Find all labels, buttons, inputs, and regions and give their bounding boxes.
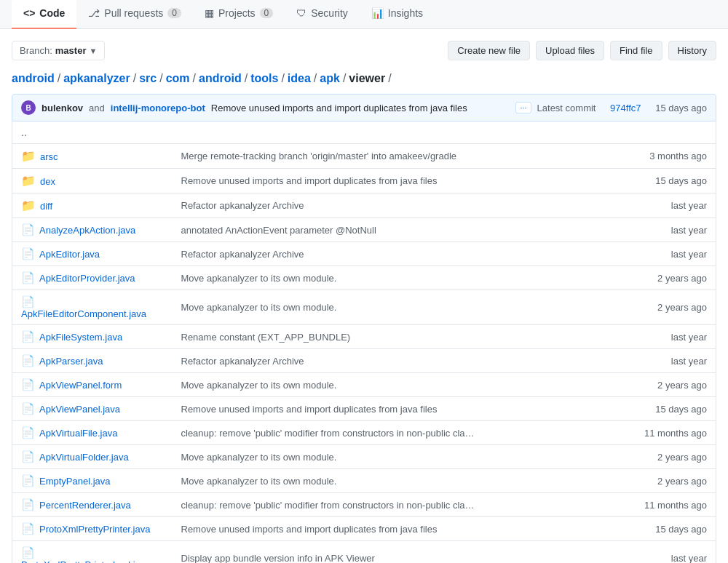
file-link[interactable]: ApkParser.java [39, 356, 103, 367]
file-link[interactable]: arsc [40, 151, 58, 162]
file-name-cell: 📁dex [12, 169, 173, 193]
breadcrumb-apk[interactable]: apk [320, 72, 340, 85]
table-row: 📁diff Refactor apkanalyzer Archive last … [12, 193, 716, 218]
file-time-cell: 2 years ago [604, 266, 716, 290]
file-link[interactable]: PercentRenderer.java [39, 500, 131, 511]
file-name-cell: 📄ProtoXmlPrettyPrinterImpl.java [12, 541, 173, 564]
file-link[interactable]: diff [40, 201, 52, 212]
parent-dir-link[interactable]: .. [21, 127, 27, 138]
file-name-cell: 📁arsc [12, 144, 173, 169]
file-icon: 📄 [21, 474, 35, 487]
history-button[interactable]: History [668, 41, 716, 60]
tab-pull-requests[interactable]: ⎇ Pull requests 0 [76, 0, 193, 29]
branch-bar: Branch: master ▼ Create new file Upload … [12, 41, 716, 60]
file-message-cell: Refactor apkanalyzer Archive [173, 349, 604, 373]
file-link[interactable]: ApkVirtualFile.java [39, 428, 117, 439]
table-row: 📄ApkEditorProvider.java Move apkanalyzer… [12, 266, 716, 290]
find-file-button[interactable]: Find file [610, 41, 662, 60]
security-icon: 🛡 [296, 7, 306, 19]
file-link[interactable]: ApkFileEditorComponent.java [21, 308, 146, 319]
file-link[interactable]: ApkViewPanel.form [39, 380, 122, 391]
file-link[interactable]: ApkFileSystem.java [39, 332, 122, 343]
file-name-cell: 📄ApkViewPanel.form [12, 373, 173, 397]
file-time-cell: 2 years ago [604, 469, 716, 493]
table-row: 📄ApkVirtualFile.java cleanup: remove 'pu… [12, 421, 716, 445]
file-time-cell: 11 months ago [604, 493, 716, 517]
tab-code[interactable]: <> Code [12, 0, 76, 29]
table-row: 📄ApkEditor.java Refactor apkanalyzer Arc… [12, 242, 716, 266]
tab-projects[interactable]: ▦ Projects 0 [193, 0, 285, 29]
file-icon: 📄 [21, 330, 35, 343]
folder-icon: 📁 [21, 150, 36, 162]
file-link[interactable]: ProtoXmlPrettyPrinterImpl.java [21, 559, 151, 563]
table-row: 📄ApkParser.java Refactor apkanalyzer Arc… [12, 349, 716, 373]
file-name-cell: 📄PercentRenderer.java [12, 493, 173, 517]
file-link[interactable]: ApkEditor.java [39, 249, 100, 260]
commit-message: Remove unused imports and import duplica… [211, 103, 510, 113]
file-message-cell: Move apkanalyzer to its own module. [173, 445, 604, 469]
file-link[interactable]: ApkViewPanel.java [39, 404, 120, 415]
breadcrumb-android[interactable]: android [12, 72, 55, 85]
breadcrumb-idea[interactable]: idea [288, 72, 311, 85]
commit-ellipsis[interactable]: ··· [515, 102, 531, 113]
file-name-cell: 📄ApkFileSystem.java [12, 325, 173, 349]
file-icon: 📄 [21, 546, 35, 559]
table-row: 📄ProtoXmlPrettyPrinter.java Remove unuse… [12, 517, 716, 541]
table-row: 📁dex Remove unused imports and import du… [12, 169, 716, 193]
branch-selector[interactable]: Branch: master ▼ [12, 41, 105, 60]
breadcrumb-src[interactable]: src [139, 72, 157, 85]
file-time-cell: 2 years ago [604, 290, 716, 325]
file-icon: 📄 [21, 295, 35, 308]
commit-hash[interactable]: 974ffc7 [610, 103, 641, 113]
file-time-cell: 2 years ago [604, 373, 716, 397]
pull-request-icon: ⎇ [88, 7, 100, 19]
file-time-cell: 15 days ago [604, 397, 716, 421]
file-link[interactable]: AnalyzeApkAction.java [39, 225, 135, 236]
file-link[interactable]: dex [40, 176, 55, 187]
tabs-bar: <> Code ⎇ Pull requests 0 ▦ Projects 0 🛡… [0, 0, 728, 29]
file-name-cell: 📄ApkEditor.java [12, 242, 173, 266]
file-name-cell: 📄ApkVirtualFile.java [12, 421, 173, 445]
branch-actions: Create new file Upload files Find file H… [448, 41, 716, 60]
file-message-cell: cleanup: remove 'public' modifier from c… [173, 493, 604, 517]
file-name-cell: 📄ApkParser.java [12, 349, 173, 373]
table-row: 📄ApkFileEditorComponent.java Move apkana… [12, 290, 716, 325]
folder-icon: 📁 [21, 199, 36, 212]
file-icon: 📄 [21, 378, 35, 391]
tab-insights[interactable]: 📊 Insights [360, 0, 435, 29]
file-name-cell: 📁diff [12, 193, 173, 218]
file-time-cell: last year [604, 541, 716, 564]
file-time-cell: 11 months ago [604, 421, 716, 445]
table-row: 📄ProtoXmlPrettyPrinterImpl.java Display … [12, 541, 716, 564]
breadcrumb-current: viewer [349, 72, 385, 85]
file-link[interactable]: ApkEditorProvider.java [39, 273, 135, 284]
file-time-cell: last year [604, 349, 716, 373]
breadcrumb-android2[interactable]: android [199, 72, 242, 85]
breadcrumb: android / apkanalyzer / src / com / andr… [12, 72, 716, 85]
file-message-cell: Refactor apkanalyzer Archive [173, 242, 604, 266]
file-message-cell: Move apkanalyzer to its own module. [173, 266, 604, 290]
create-new-file-button[interactable]: Create new file [448, 41, 530, 60]
commit-bar: B bulenkov and intellij-monorepo-bot Rem… [12, 94, 716, 121]
insights-icon: 📊 [371, 7, 384, 19]
file-time-cell: 3 months ago [604, 144, 716, 169]
breadcrumb-apkanalyzer[interactable]: apkanalyzer [63, 72, 130, 85]
file-message-cell: Move apkanalyzer to its own module. [173, 290, 604, 325]
breadcrumb-com[interactable]: com [166, 72, 190, 85]
file-table: .. 📁arsc Merge remote-tracking branch 'o… [12, 121, 716, 563]
commit-author1[interactable]: bulenkov [41, 103, 83, 113]
file-icon: 📄 [21, 426, 35, 439]
breadcrumb-tools[interactable]: tools [250, 72, 278, 85]
tab-security[interactable]: 🛡 Security [285, 0, 360, 29]
file-link[interactable]: ProtoXmlPrettyPrinter.java [39, 524, 150, 535]
chevron-down-icon: ▼ [89, 47, 97, 55]
table-row: 📄ApkViewPanel.form Move apkanalyzer to i… [12, 373, 716, 397]
file-link[interactable]: ApkVirtualFolder.java [39, 452, 129, 463]
upload-files-button[interactable]: Upload files [536, 41, 604, 60]
file-time-cell: 2 years ago [604, 445, 716, 469]
file-message-cell: Remove unused imports and import duplica… [173, 517, 604, 541]
file-name-cell: 📄ProtoXmlPrettyPrinter.java [12, 517, 173, 541]
table-row: 📄PercentRenderer.java cleanup: remove 'p… [12, 493, 716, 517]
commit-author2[interactable]: intellij-monorepo-bot [111, 103, 205, 113]
file-link[interactable]: EmptyPanel.java [39, 476, 111, 487]
